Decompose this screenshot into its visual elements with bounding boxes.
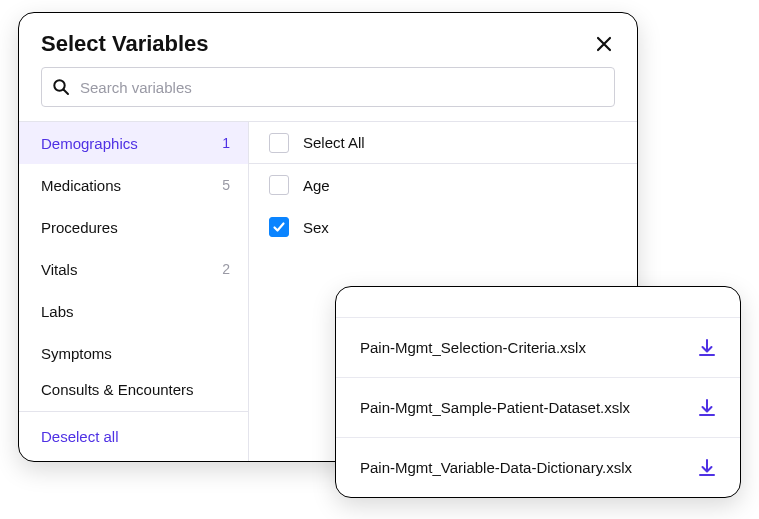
category-label: Demographics (41, 135, 138, 152)
select-all-label: Select All (303, 134, 365, 151)
deselect-all-button[interactable]: Deselect all (19, 411, 248, 461)
category-item[interactable]: Symptoms (19, 332, 248, 374)
variable-label: Sex (303, 219, 329, 236)
variable-row[interactable]: Sex (249, 206, 637, 248)
file-row: Pain-Mgmt_Variable-Data-Dictionary.xslx (336, 437, 740, 497)
category-label: Symptoms (41, 345, 112, 362)
category-label: Medications (41, 177, 121, 194)
check-icon (272, 220, 286, 234)
category-label: Consults & Encounters (41, 381, 194, 398)
variable-checkbox[interactable] (269, 217, 289, 237)
category-label: Labs (41, 303, 74, 320)
downloads-card: Pain-Mgmt_Selection-Criteria.xslxPain-Mg… (335, 286, 741, 498)
category-item[interactable]: Consults & Encounters (19, 374, 248, 404)
category-sidebar: Demographics1Medications5ProceduresVital… (19, 121, 249, 461)
variable-row[interactable]: Age (249, 164, 637, 206)
search-wrap (19, 67, 637, 121)
download-icon (697, 398, 717, 418)
close-icon (596, 36, 612, 52)
category-item[interactable]: Medications5 (19, 164, 248, 206)
close-button[interactable] (593, 33, 615, 55)
category-count: 5 (222, 177, 230, 193)
category-label: Procedures (41, 219, 118, 236)
file-name: Pain-Mgmt_Selection-Criteria.xslx (360, 339, 586, 356)
category-label: Vitals (41, 261, 77, 278)
download-button[interactable] (696, 397, 718, 419)
file-list: Pain-Mgmt_Selection-Criteria.xslxPain-Mg… (336, 317, 740, 497)
category-count: 2 (222, 261, 230, 277)
download-button[interactable] (696, 337, 718, 359)
select-all-checkbox[interactable] (269, 133, 289, 153)
search-box[interactable] (41, 67, 615, 107)
file-row: Pain-Mgmt_Selection-Criteria.xslx (336, 317, 740, 377)
variable-label: Age (303, 177, 330, 194)
select-all-row[interactable]: Select All (249, 122, 637, 164)
category-item[interactable]: Demographics1 (19, 122, 248, 164)
variable-checkbox[interactable] (269, 175, 289, 195)
search-input[interactable] (78, 78, 604, 97)
dialog-title: Select Variables (41, 31, 209, 57)
category-item[interactable]: Vitals2 (19, 248, 248, 290)
file-row: Pain-Mgmt_Sample-Patient-Dataset.xslx (336, 377, 740, 437)
category-count: 1 (222, 135, 230, 151)
variable-list: AgeSex (249, 164, 637, 248)
category-list: Demographics1Medications5ProceduresVital… (19, 122, 248, 411)
file-name: Pain-Mgmt_Variable-Data-Dictionary.xslx (360, 459, 632, 476)
download-icon (697, 338, 717, 358)
search-icon (52, 78, 70, 96)
category-item[interactable]: Labs (19, 290, 248, 332)
category-item[interactable]: Procedures (19, 206, 248, 248)
download-button[interactable] (696, 457, 718, 479)
dialog-header: Select Variables (19, 13, 637, 67)
file-name: Pain-Mgmt_Sample-Patient-Dataset.xslx (360, 399, 630, 416)
download-icon (697, 458, 717, 478)
